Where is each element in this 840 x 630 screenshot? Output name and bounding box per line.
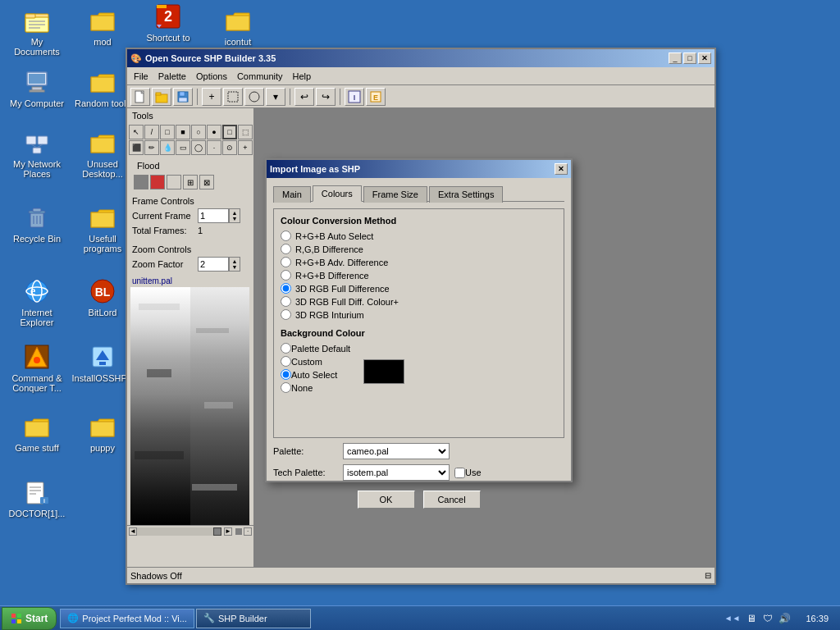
tool-fill[interactable]: ⬛ <box>129 140 144 155</box>
undo-button[interactable]: ↩ <box>294 88 314 106</box>
desktop-icon-my-computer[interactable]: My Computer <box>4 66 70 112</box>
open-button[interactable] <box>152 88 171 106</box>
new-button[interactable] <box>130 88 150 106</box>
tool-lasso[interactable]: ⊙ <box>222 140 237 155</box>
flood-tool-2[interactable] <box>150 175 165 189</box>
tool-select-free[interactable]: ⬚ <box>238 125 253 139</box>
desktop-icon-icontut[interactable]: icontut <box>205 4 271 50</box>
redo-button[interactable]: ↪ <box>316 88 336 106</box>
radio-3d-full-colour-input[interactable] <box>281 296 291 307</box>
bg-auto-select-input[interactable] <box>281 369 291 380</box>
export-button[interactable]: E <box>366 88 386 106</box>
tool-line[interactable]: / <box>144 125 159 139</box>
flood-tool-1[interactable] <box>134 175 148 189</box>
tool-fill-rect[interactable]: ■ <box>176 125 190 139</box>
current-frame-spinner[interactable]: ▲ ▼ <box>229 208 240 223</box>
tool-spray[interactable]: · <box>207 140 221 155</box>
minimize-button[interactable]: _ <box>669 52 682 64</box>
tool-fill-ellipse[interactable]: ● <box>207 125 221 139</box>
tool-ellipse[interactable]: ○ <box>191 125 206 139</box>
maximize-button[interactable]: □ <box>683 52 696 64</box>
radio-3d-inturium-input[interactable] <box>281 309 291 320</box>
ok-button[interactable]: OK <box>358 491 415 509</box>
window-title: Open Source SHP Builder 3.35 <box>145 53 276 63</box>
tech-palette-select[interactable]: isotem.pal <box>343 464 450 481</box>
flood-tool-5[interactable]: ⊠ <box>199 175 214 189</box>
menubar: File Palette Options Community Help <box>127 67 714 85</box>
desktop-icon-my-documents[interactable]: My Documents <box>4 4 70 60</box>
tool-plus[interactable]: + <box>238 140 253 155</box>
colour-preview-box[interactable] <box>363 359 404 384</box>
desktop-icon-shortcut[interactable]: 2 Shortcut to <box>135 0 201 46</box>
tray-icon-security: 🛡 <box>761 612 774 625</box>
zoom-factor-row: Zoom Factor ▲ ▼ <box>132 257 249 272</box>
svg-text:I: I <box>354 94 356 102</box>
close-button[interactable]: ✕ <box>698 52 711 64</box>
svg-rect-61 <box>228 92 238 102</box>
game-stuff-label: Game stuff <box>15 443 59 453</box>
palette-select[interactable]: cameo.pal <box>343 443 450 459</box>
svg-rect-78 <box>17 619 21 623</box>
another-button[interactable] <box>244 88 264 106</box>
add-frame-button[interactable]: + <box>202 88 221 106</box>
scroll-right[interactable]: ► <box>224 527 232 536</box>
radio-3d-full-input[interactable] <box>281 283 291 294</box>
tray-arrow-left[interactable]: ◄◄ <box>724 614 741 623</box>
radio-rgb-diff2-input[interactable] <box>281 270 291 281</box>
tool-eraser[interactable]: ▭ <box>176 140 190 155</box>
desktop-icon-ie[interactable]: e Internet Explorer <box>4 275 70 331</box>
select-button[interactable] <box>223 88 243 106</box>
canvas-preview[interactable] <box>130 287 249 525</box>
menu-file[interactable]: File <box>129 70 153 83</box>
menu-options[interactable]: Options <box>191 70 232 83</box>
tool-arrow[interactable]: ↖ <box>129 125 144 139</box>
taskbar-item-shp-builder[interactable]: 🔧 SHP Builder <box>196 609 311 628</box>
bg-none-input[interactable] <box>281 382 291 393</box>
desktop-icon-doctor[interactable]: i DOCTOR[1]... <box>4 476 70 522</box>
tool-eyedrop[interactable]: 💧 <box>160 140 175 155</box>
desktop-icon-command-conquer[interactable]: Command & Conquer T... <box>4 340 70 396</box>
menu-community[interactable]: Community <box>232 70 288 83</box>
zoom-factor-spinner[interactable]: ▲ ▼ <box>229 257 240 272</box>
tool-select-rect[interactable]: □ <box>222 125 237 139</box>
h-scrollbar[interactable]: ◄ ► · <box>127 525 253 536</box>
tool-pencil[interactable]: ✏ <box>144 140 159 155</box>
zoom-factor-input[interactable] <box>198 257 229 272</box>
taskbar-item-project-perfect[interactable]: 🌐 Project Perfect Mod :: Vi... <box>60 609 194 628</box>
scroll-track[interactable] <box>137 527 213 536</box>
import-button[interactable]: I <box>345 88 364 106</box>
tool-circle[interactable]: ◯ <box>191 140 206 155</box>
tab-main[interactable]: Main <box>273 186 311 203</box>
start-button[interactable]: Start <box>2 607 57 630</box>
menu-help[interactable]: Help <box>288 70 317 83</box>
tool-rect[interactable]: □ <box>160 125 175 139</box>
random-tools-label: Random tools <box>75 98 130 108</box>
bg-custom-input[interactable] <box>281 356 291 367</box>
save-button[interactable] <box>173 88 193 106</box>
desktop-icon-game-stuff[interactable]: Game stuff <box>4 410 70 456</box>
menu-palette[interactable]: Palette <box>153 70 191 83</box>
flood-tool-4[interactable]: ⊞ <box>183 175 198 189</box>
desktop-icon-recycle[interactable]: Recycle Bin <box>4 201 70 247</box>
tab-colours[interactable]: Colours <box>313 185 362 202</box>
install-label: InstallOSSHP... <box>72 373 134 383</box>
dialog-close-button[interactable]: ✕ <box>555 163 568 175</box>
taskbar-item-icon-0: 🌐 <box>67 613 79 623</box>
bg-colour-heading: Background Colour <box>281 328 557 338</box>
radio-rgb-diff-input[interactable] <box>281 244 291 254</box>
toolbar-btn-4[interactable]: ▾ <box>266 88 285 106</box>
flood-tool-3[interactable] <box>167 175 181 189</box>
scroll-left[interactable]: ◄ <box>129 527 137 536</box>
use-checkbox[interactable] <box>454 468 465 478</box>
radio-rgb-adv-input[interactable] <box>281 257 291 267</box>
desktop-icon-my-network[interactable]: My Network Places <box>4 126 70 182</box>
tab-frame-size[interactable]: Frame Size <box>363 186 427 203</box>
bitlord-label: BitLord <box>89 308 117 317</box>
radio-rgb-auto-input[interactable] <box>281 231 291 241</box>
tab-extra-settings[interactable]: Extra Settings <box>429 186 503 203</box>
cancel-button[interactable]: Cancel <box>423 491 481 509</box>
desktop-icon-mod[interactable]: mod <box>70 4 135 50</box>
bg-palette-default-input[interactable] <box>281 343 291 354</box>
dialog-close-area: ✕ <box>555 163 568 175</box>
current-frame-input[interactable] <box>198 208 229 223</box>
